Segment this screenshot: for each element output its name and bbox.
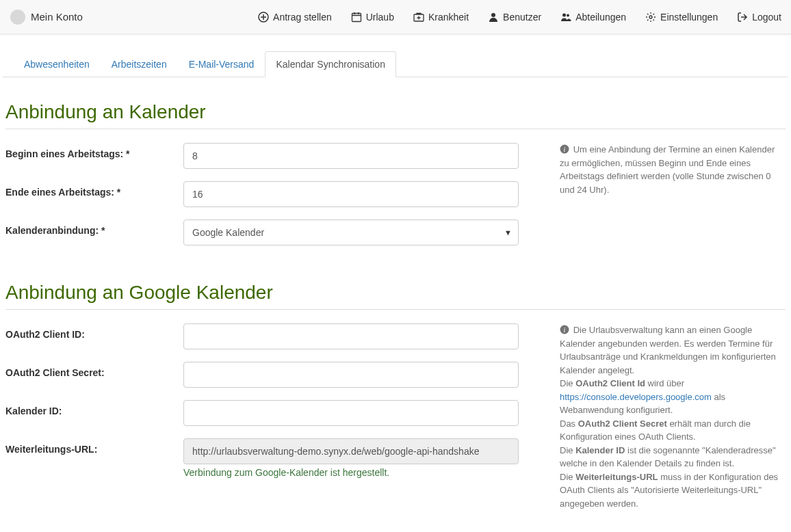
nav-urlaub[interactable]: Urlaub [341,1,404,33]
client-secret-label: OAuth2 Client Secret: [5,362,183,378]
help-p3a: Die [560,445,575,455]
calendar-binding-label: Kalenderanbindung: * [5,220,183,236]
svg-rect-1 [352,13,361,21]
nav-logout[interactable]: Logout [727,1,791,33]
client-id-label: OAuth2 Client ID: [5,323,183,340]
section2-title: Anbindung an Google Kalender [5,282,786,310]
section1-help-text: Um eine Anbindung der Termine an einen K… [560,144,775,195]
cog-icon [645,12,656,23]
tab-abwesenheiten[interactable]: Abwesenheiten [13,51,101,77]
nav-abteilungen[interactable]: Abteilungen [551,1,636,33]
help-p4a: Die [560,472,575,482]
user-icon [488,12,499,23]
calendar-id-input[interactable] [183,400,519,426]
calendar-binding-select[interactable]: Google Kalender [183,220,519,245]
sign-out-icon [737,12,748,23]
help-p1c: wird über [645,378,684,388]
nav-krankheit[interactable]: Krankheit [404,1,478,33]
tab-arbeitszeiten[interactable]: Arbeitszeiten [101,51,178,77]
medkit-icon [413,12,424,23]
nav-antrag-stellen[interactable]: Antrag stellen [248,1,341,33]
avatar-icon [10,10,25,25]
help-p2b: OAuth2 Client Secret [578,418,667,429]
workday-start-row: Beginn eines Arbeitstags: * [5,143,539,169]
plus-circle-icon [258,12,269,23]
tab-email-versand[interactable]: E-Mail-Versand [178,51,265,77]
calendar-binding-row: Kalenderanbindung: * Google Kalender ▼ [5,220,539,245]
nav-label: Benutzer [503,12,541,23]
help-p1a: Die [560,378,575,388]
nav-label: Antrag stellen [273,12,332,23]
calendar-icon [351,12,362,23]
client-id-row: OAuth2 Client ID: [5,323,539,349]
info-circle-icon: i [560,144,569,154]
navbar-right: Antrag stellen Urlaub Krankheit Benutzer… [248,1,791,33]
svg-point-4 [562,13,566,16]
section1-help-col: i Um eine Anbindung der Termine an einen… [539,143,786,258]
svg-point-5 [567,14,569,16]
navbar-brand-label: Mein Konto [31,11,83,23]
workday-end-row: Ende eines Arbeitstags: * [5,181,539,207]
section1-title: Anbindung an Kalender [5,101,786,129]
svg-text:i: i [564,146,566,153]
navbar: Mein Konto Antrag stellen Urlaub Krankhe… [0,0,791,34]
svg-point-3 [491,13,495,17]
nav-label: Logout [752,12,781,23]
nav-einstellungen[interactable]: Einstellungen [636,1,727,33]
help-p1b: OAuth2 Client Id [575,378,645,388]
help-p2a: Das [560,418,578,429]
workday-start-input[interactable] [183,143,519,169]
help-intro: Die Urlaubsverwaltung kann an einen Goog… [560,325,776,375]
svg-text:i: i [564,326,566,334]
calendar-id-label: Kalender ID: [5,400,183,416]
nav-label: Urlaub [366,12,394,23]
redirect-url-row: Weiterleitungs-URL: Verbindung zum Googl… [5,438,539,478]
navbar-brand[interactable]: Mein Konto [0,10,93,25]
connection-status: Verbindung zum Google-Kalender ist herge… [183,467,519,478]
client-id-input[interactable] [183,323,519,349]
help-p3b: Kalender ID [575,445,625,455]
calendar-id-row: Kalender ID: [5,400,539,426]
workday-start-label: Beginn eines Arbeitstags: * [5,143,183,159]
users-icon [560,12,571,23]
redirect-url-label: Weiterleitungs-URL: [5,438,183,455]
tab-kalendar-synchronisation[interactable]: Kalendar Synchronisation [265,51,396,77]
google-console-link[interactable]: https://console.developers.google.com [560,392,712,402]
client-secret-input[interactable] [183,362,519,388]
tabs: Abwesenheiten Arbeitszeiten E-Mail-Versa… [3,51,788,77]
nav-benutzer[interactable]: Benutzer [478,1,551,33]
nav-label: Einstellungen [660,12,718,23]
info-circle-icon: i [560,325,569,334]
svg-point-6 [649,16,652,18]
nav-label: Abteilungen [575,12,626,23]
section2-help-col: i Die Urlaubsverwaltung kann an einen Go… [539,323,786,510]
help-p4b: Weiterleitungs-URL [575,472,658,482]
client-secret-row: OAuth2 Client Secret: [5,362,539,388]
workday-end-input[interactable] [183,181,519,207]
nav-label: Krankheit [428,12,469,23]
redirect-url-input [183,438,519,464]
workday-end-label: Ende eines Arbeitstags: * [5,181,183,198]
